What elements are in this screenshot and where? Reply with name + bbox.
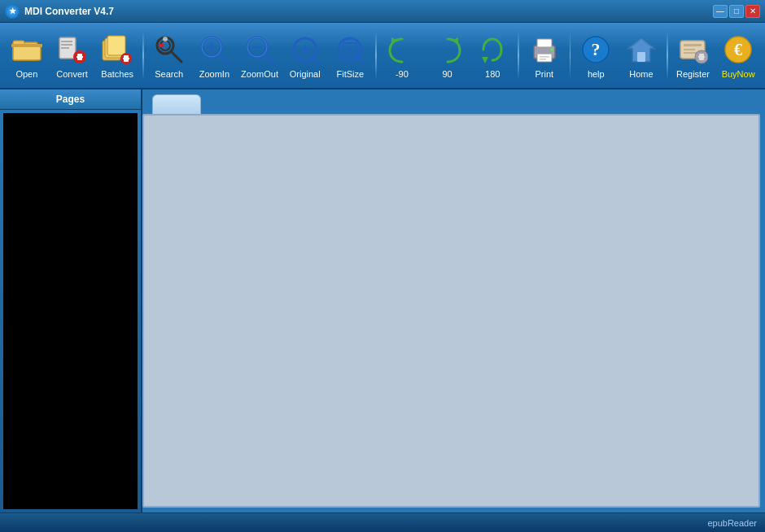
pages-content (3, 113, 138, 509)
convert-label: Convert (56, 69, 88, 79)
rotate-180-icon (475, 33, 509, 67)
rotate-180-button[interactable]: 180 (470, 26, 514, 85)
svg-rect-16 (123, 58, 129, 59)
help-button[interactable]: ? help (574, 26, 618, 85)
zoomout-icon (243, 33, 277, 67)
rotate-90-button[interactable]: 90 (426, 26, 470, 85)
svg-line-19 (172, 52, 181, 62)
svg-line-28 (266, 56, 273, 63)
help-icon: ? (579, 33, 613, 67)
maximize-button[interactable]: □ (729, 5, 744, 18)
svg-marker-42 (482, 57, 488, 63)
open-button[interactable]: Open (5, 26, 49, 85)
print-button[interactable]: Print (522, 26, 566, 85)
open-icon (10, 33, 44, 67)
window-controls[interactable]: — □ ✕ (713, 5, 760, 18)
svg-rect-45 (537, 39, 552, 47)
svg-rect-13 (107, 36, 125, 55)
svg-point-48 (550, 48, 553, 51)
svg-line-23 (221, 56, 228, 63)
svg-rect-6 (61, 44, 72, 46)
title-left: ★ MDI Converter V4.7 (5, 4, 114, 19)
divider-1 (142, 31, 144, 80)
register-icon (675, 33, 710, 67)
main-area: Pages (0, 89, 765, 512)
batches-button[interactable]: Batches (95, 26, 139, 85)
toolbar: Open Convert (0, 23, 765, 89)
convert-icon (55, 33, 90, 67)
buynow-icon: € (721, 33, 755, 67)
batches-icon (100, 33, 134, 67)
svg-rect-56 (684, 49, 695, 50)
svg-rect-7 (61, 47, 69, 49)
app-icon: ★ (5, 4, 20, 19)
document-tab[interactable] (152, 94, 201, 114)
title-bar: ★ MDI Converter V4.7 — □ ✕ (0, 0, 765, 23)
original-label: Original (290, 69, 321, 79)
svg-rect-44 (537, 54, 552, 62)
svg-rect-21 (159, 44, 164, 47)
divider-5 (667, 31, 668, 80)
zoomout-button[interactable]: ZoomOut (238, 26, 282, 85)
rotate-right-icon (431, 33, 465, 67)
svg-rect-46 (540, 56, 549, 58)
rot-180-label: 180 (485, 69, 500, 79)
zoomin-button[interactable]: ZoomIn (193, 26, 237, 85)
content-area (142, 89, 765, 512)
rot-90-label: 90 (442, 69, 452, 79)
search-button[interactable]: Search (147, 26, 191, 85)
svg-rect-1 (13, 46, 41, 60)
fitsize-button[interactable]: FitSize (329, 26, 373, 85)
divider-2 (375, 31, 377, 80)
original-button[interactable]: Original (283, 26, 327, 85)
fitsize-icon (333, 33, 367, 67)
help-label: help (588, 69, 605, 79)
buynow-label: BuyNow (722, 69, 755, 79)
status-bar: epubReader (0, 512, 765, 532)
status-text: epubReader (707, 518, 757, 528)
pages-header: Pages (0, 89, 141, 110)
svg-rect-3 (11, 44, 42, 47)
svg-line-36 (356, 56, 364, 63)
fitsize-label: FitSize (337, 69, 365, 79)
search-label: Search (155, 69, 183, 79)
svg-point-20 (163, 37, 168, 41)
svg-rect-55 (684, 44, 702, 46)
divider-3 (518, 31, 519, 80)
svg-marker-41 (452, 37, 458, 44)
svg-rect-47 (540, 59, 546, 60)
convert-button[interactable]: Convert (50, 26, 94, 85)
zoomout-label: ZoomOut (241, 69, 278, 79)
original-icon (288, 33, 322, 67)
home-label: Home (629, 69, 653, 79)
zoomin-label: ZoomIn (199, 69, 230, 79)
rot-neg90-label: -90 (396, 69, 409, 79)
svg-rect-10 (76, 56, 83, 58)
zoomin-icon (197, 33, 231, 67)
close-button[interactable]: ✕ (745, 5, 760, 18)
rotate-neg90-button[interactable]: -90 (380, 26, 424, 85)
open-label: Open (15, 69, 37, 79)
minimize-button[interactable]: — (713, 5, 728, 18)
search-icon (152, 33, 186, 67)
buynow-button[interactable]: € BuyNow (716, 26, 760, 85)
register-button[interactable]: Register (671, 26, 715, 85)
app-title: MDI Converter V4.7 (24, 6, 114, 17)
home-icon (624, 33, 658, 67)
svg-line-32 (312, 56, 319, 63)
rotate-left-icon (385, 33, 419, 67)
svg-text:€: € (734, 41, 742, 59)
home-button[interactable]: Home (619, 26, 663, 85)
svg-text:?: ? (592, 39, 601, 59)
print-icon (527, 33, 562, 67)
sidebar: Pages (0, 89, 142, 512)
divider-4 (570, 31, 571, 80)
batches-label: Batches (101, 69, 133, 79)
svg-rect-5 (61, 41, 72, 42)
document-page (142, 114, 760, 508)
svg-rect-52 (637, 52, 645, 62)
svg-rect-60 (698, 56, 705, 58)
print-label: Print (535, 69, 553, 79)
register-label: Register (676, 69, 710, 79)
